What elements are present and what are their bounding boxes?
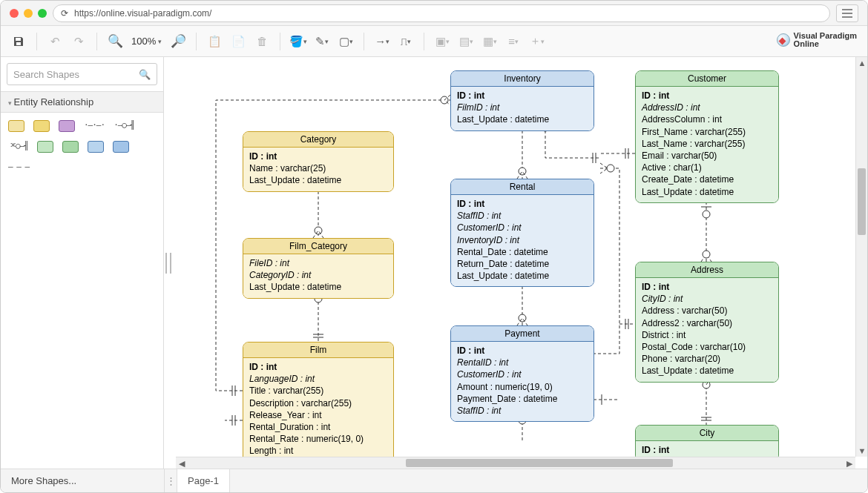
svg-rect-1 <box>16 42 21 45</box>
hamburger-menu[interactable] <box>836 4 858 22</box>
save-button[interactable] <box>8 31 29 52</box>
entity-rental[interactable]: Rental ID : intStaffID : intCustomerID :… <box>450 179 594 287</box>
svg-rect-0 <box>16 38 21 41</box>
zoom-level[interactable]: 100%▾ <box>128 36 165 47</box>
shape-entity-blue[interactable] <box>88 141 104 153</box>
entity-row: Length : int <box>249 445 387 457</box>
vscroll-thumb[interactable] <box>858 168 866 235</box>
sidebar-collapse-handle[interactable] <box>164 57 176 469</box>
entity-title: Rental <box>451 179 594 195</box>
zoom-in-button[interactable]: 🔎 <box>168 31 188 52</box>
add-button[interactable]: ＋▾ <box>527 31 548 52</box>
delete-button[interactable]: 🗑 <box>251 31 272 52</box>
window-controls <box>10 9 47 18</box>
entity-row: CategoryID : int <box>249 269 387 281</box>
hscroll-thumb[interactable] <box>406 459 673 467</box>
diagram-canvas[interactable]: Category ID : intName : varchar(25)Last_… <box>176 57 867 469</box>
svg-point-28 <box>703 251 710 258</box>
entity-row: ID : int <box>457 90 588 102</box>
entity-row: First_Name : varchar(255) <box>642 126 772 138</box>
shape-entity-green2[interactable] <box>62 141 79 153</box>
shape-entity-blue2[interactable] <box>113 141 129 153</box>
entity-customer[interactable]: Customer ID : intAddressID : intAddressC… <box>635 70 779 203</box>
entity-row: Last_Update : datetime <box>642 365 772 377</box>
entity-payment[interactable]: Payment ID : intRentalID : intCustomerID… <box>450 325 594 422</box>
entity-category[interactable]: Category ID : intName : varchar(25)Last_… <box>243 131 394 192</box>
to-front-button[interactable]: ▣▾ <box>432 31 453 52</box>
entity-address[interactable]: Address ID : intCityID : intAddress : va… <box>635 262 779 383</box>
minimize-window[interactable] <box>24 9 33 18</box>
redo-button[interactable]: ↷ <box>68 31 89 52</box>
reload-icon[interactable]: ⟳ <box>61 8 68 19</box>
entity-inventory[interactable]: Inventory ID : intFilmID : intLast_Updat… <box>450 70 594 131</box>
line-color-button[interactable]: ✎▾ <box>312 31 332 52</box>
shape-rel-4[interactable]: ‒ ‒ ‒ <box>8 162 29 171</box>
scroll-up-icon[interactable]: ▲ <box>856 57 867 69</box>
maximize-window[interactable] <box>38 9 47 18</box>
more-shapes-link[interactable]: More Shapes... <box>1 475 164 486</box>
entity-row: StaffID : int <box>457 405 588 417</box>
paste-button[interactable]: 📄 <box>228 31 249 52</box>
undo-button[interactable]: ↶ <box>45 31 65 52</box>
entity-title: Film <box>243 343 393 358</box>
entity-row: AddressColumn : int <box>642 113 772 125</box>
entity-title: Customer <box>636 71 778 87</box>
entity-row: Last_Update : datetime <box>457 113 588 125</box>
connector-style-button[interactable]: →▾ <box>372 31 392 52</box>
entity-title: Category <box>243 132 393 148</box>
entity-row: CustomerID : int <box>457 222 588 234</box>
entity-row: CityID : int <box>642 293 772 305</box>
close-window[interactable] <box>10 9 19 18</box>
entity-row: Postal_Code : varchar(10) <box>642 341 772 353</box>
url-bar[interactable]: ⟳ https://online.visual-paradigm.com/ <box>53 4 830 22</box>
fill-color-button[interactable]: 🪣▾ <box>288 31 309 52</box>
brand-logo[interactable]: Visual Paradigm Online <box>777 32 857 48</box>
vertical-scrollbar[interactable]: ▲ ▼ <box>855 57 867 457</box>
align-button[interactable]: ≡▾ <box>503 31 524 52</box>
entity-row: Return_Date : datetime <box>457 258 588 270</box>
entity-row: Last_Update : datetime <box>249 174 387 186</box>
shape-entity[interactable] <box>8 120 24 132</box>
page-tabs-handle[interactable]: ⋮ <box>164 469 177 492</box>
palette-header-er[interactable]: Entity Relationship <box>1 91 163 113</box>
shape-entity-green[interactable] <box>37 141 53 153</box>
entity-row: Phone : varchar(20) <box>642 353 772 365</box>
entity-row: FileID : int <box>249 257 387 269</box>
entity-row: ID : int <box>457 345 588 357</box>
search-shapes-input[interactable]: Search Shapes 🔍 <box>7 63 157 85</box>
entity-row: ID : int <box>642 281 772 293</box>
shape-rel-1[interactable]: ·‒·‒· <box>84 120 105 132</box>
entity-row: AddressID : int <box>642 102 772 113</box>
scroll-left-icon[interactable]: ◀ <box>176 457 188 469</box>
waypoint-button[interactable]: ⎍▾ <box>395 31 416 52</box>
entity-row: ID : int <box>642 444 772 456</box>
group-button[interactable]: ▦▾ <box>479 31 500 52</box>
url-text: https://online.visual-paradigm.com/ <box>74 8 211 19</box>
entity-row: StaffID : int <box>457 210 588 222</box>
svg-point-27 <box>703 211 710 218</box>
scroll-right-icon[interactable]: ▶ <box>844 457 855 469</box>
page-tab-1[interactable]: Page-1 <box>177 469 230 492</box>
shape-rel-2[interactable]: ·‒○‒╢ <box>114 120 134 132</box>
copy-button[interactable]: 📋 <box>204 31 225 52</box>
shadow-button[interactable]: ▢▾ <box>335 31 356 52</box>
shape-rel-3[interactable]: ⪤○‒╢ <box>8 141 28 153</box>
statusbar: More Shapes... ⋮ Page-1 <box>1 469 867 492</box>
to-back-button[interactable]: ▤▾ <box>456 31 476 52</box>
zoom-out-button[interactable]: 🔍 <box>105 31 125 52</box>
shapes-sidebar: Search Shapes 🔍 Entity Relationship ·‒·‒… <box>1 57 164 469</box>
entity-row: Name : varchar(25) <box>249 162 387 174</box>
entity-city[interactable]: City ID : int <box>635 425 779 461</box>
shape-entity-alt[interactable] <box>33 120 50 132</box>
entity-row: Active : char(1) <box>642 162 772 173</box>
entity-title: Payment <box>451 326 594 342</box>
shape-entity-purple[interactable] <box>59 120 75 132</box>
entity-row: Last_Update : datetime <box>249 281 387 293</box>
entity-film-category[interactable]: Film_Category FileID : intCategoryID : i… <box>243 238 394 299</box>
scroll-down-icon[interactable]: ▼ <box>856 445 867 457</box>
titlebar: ⟳ https://online.visual-paradigm.com/ <box>1 1 867 26</box>
entity-row: ID : int <box>457 198 588 210</box>
entity-row: ID : int <box>642 90 772 102</box>
entity-film[interactable]: Film ID : intLanguageID : intTitle : var… <box>243 342 394 463</box>
horizontal-scrollbar[interactable]: ◀ ▶ <box>176 457 855 469</box>
